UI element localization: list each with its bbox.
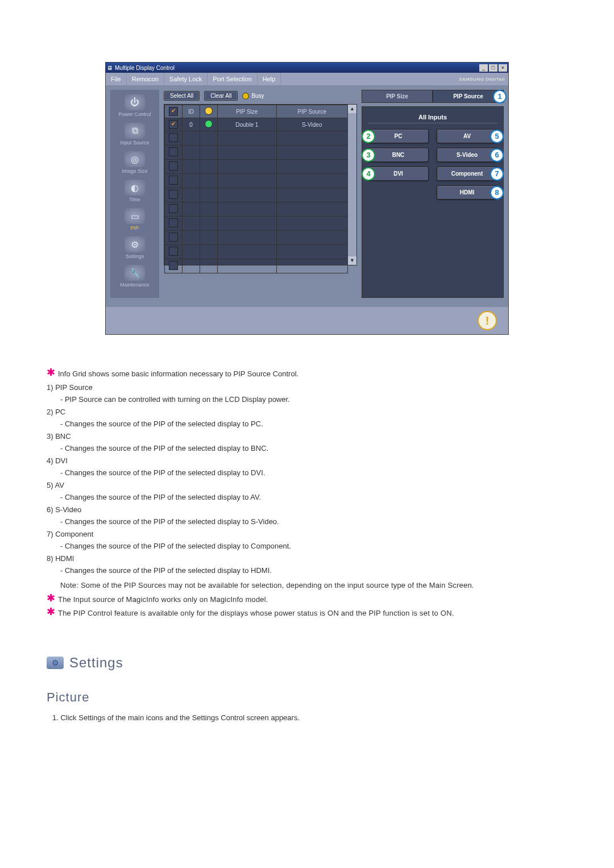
grid-row-empty[interactable]	[165, 146, 348, 160]
source-hdmi-button[interactable]: HDMI 8	[437, 185, 497, 200]
menu-help[interactable]: Help	[258, 73, 281, 85]
tab-pip-source-label: PIP Source	[453, 93, 483, 99]
item-3: 3) BNC	[47, 431, 567, 442]
item-2: 2) PC	[47, 406, 567, 418]
tab-pip-source[interactable]: PIP Source 1	[433, 90, 504, 103]
item-1-desc: - PIP Source can be controlled with turn…	[60, 394, 567, 405]
cell-source: S-Video	[276, 118, 347, 131]
source-bnc-button[interactable]: 3 BNC	[368, 148, 429, 162]
grid-row-empty[interactable]	[165, 217, 348, 231]
callout-6: 6	[490, 148, 504, 162]
side-pip[interactable]: ▭ PIP	[110, 208, 159, 231]
callout-1: 1	[493, 90, 507, 103]
source-bnc-label: BNC	[392, 152, 405, 158]
grid-row-empty[interactable]	[165, 202, 348, 217]
scroll-up-button[interactable]: ▲	[348, 105, 356, 113]
row-check[interactable]	[169, 133, 178, 142]
item-6: 6) S-Video	[47, 504, 567, 516]
maximize-button[interactable]: □	[489, 64, 497, 72]
source-dvi-label: DVI	[393, 171, 403, 177]
grid-row-empty[interactable]	[165, 188, 348, 202]
row-check[interactable]	[169, 190, 178, 199]
row-check[interactable]	[169, 161, 178, 171]
col-id[interactable]: ID	[182, 105, 200, 118]
grid-row-empty[interactable]	[165, 160, 348, 174]
minimize-button[interactable]: _	[479, 64, 488, 72]
busy-dot-icon	[242, 93, 249, 99]
intro-text: Info Grid shows some basic information n…	[58, 368, 298, 380]
picture-heading: Picture	[47, 688, 567, 707]
pip-tabs: PIP Size PIP Source 1	[362, 90, 504, 103]
image-size-icon: ◎	[125, 151, 145, 167]
info-icon[interactable]: !	[478, 311, 497, 330]
row-check[interactable]	[169, 176, 178, 185]
side-maintenance-label: Maintenance	[120, 282, 150, 288]
item-5: 5) AV	[47, 480, 567, 491]
callout-4: 4	[362, 167, 375, 181]
source-dvi-button[interactable]: 4 DVI	[368, 167, 429, 181]
grid-scrollbar[interactable]: ▲ ▼	[348, 105, 356, 265]
grid-row-empty[interactable]	[165, 131, 348, 146]
grid-row-empty[interactable]	[165, 174, 348, 188]
col-check[interactable]	[165, 105, 182, 118]
scroll-down-button[interactable]: ▼	[348, 256, 356, 265]
note-text: Note: Some of the PIP Sources may not be…	[60, 580, 567, 591]
doc-content: ✱ Info Grid shows some basic information…	[47, 368, 567, 724]
row-check[interactable]	[169, 120, 178, 129]
row-check[interactable]	[169, 261, 178, 270]
side-input-source[interactable]: ⧉ Input Source	[110, 123, 159, 146]
row-check[interactable]	[169, 218, 178, 227]
row-check[interactable]	[169, 147, 178, 156]
titlebar[interactable]: 🖥 Multiple Display Control _ □ ×	[106, 63, 508, 73]
source-pc-button[interactable]: 2 PC	[368, 129, 429, 143]
item-7: 7) Component	[47, 529, 567, 540]
menu-port-selection[interactable]: Port Selection	[208, 73, 257, 85]
source-svideo-label: S-Video	[457, 152, 478, 158]
menu-remocon[interactable]: Remocon	[127, 73, 164, 85]
side-time[interactable]: ◐ Time	[110, 180, 159, 202]
col-pip-size[interactable]: PIP Size	[218, 105, 277, 118]
source-av-button[interactable]: AV 5	[437, 129, 497, 143]
brand-label: SAMSUNG DIGITall	[459, 77, 508, 82]
grid-row-empty[interactable]	[165, 231, 348, 245]
menubar: File Remocon Safety Lock Port Selection …	[106, 73, 508, 85]
close-button[interactable]: ×	[499, 64, 507, 72]
side-image-size[interactable]: ◎ Image Size	[110, 151, 159, 174]
busy-label: Busy	[251, 93, 264, 99]
row-check[interactable]	[169, 232, 178, 242]
side-power-control[interactable]: ⏻ Power Control	[110, 94, 159, 117]
grid-panel: Select All Clear All Busy ID PIP Size	[164, 90, 357, 298]
source-av-label: AV	[463, 133, 471, 139]
callout-8: 8	[490, 186, 504, 200]
side-time-label: Time	[129, 197, 140, 202]
menu-safety-lock[interactable]: Safety Lock	[164, 73, 208, 85]
right-panel: PIP Size PIP Source 1 All Inputs 2 PC	[362, 90, 504, 298]
info-grid: ID PIP Size PIP Source 0 Double 1 S-Vide…	[164, 105, 348, 273]
select-all-button[interactable]: Select All	[164, 91, 200, 101]
grid-row-empty[interactable]	[165, 259, 348, 273]
clear-all-button[interactable]: Clear All	[204, 91, 238, 101]
star-icon: ✱	[47, 594, 58, 602]
side-image-label: Image Size	[122, 168, 147, 174]
star-note-2: The Input source of MagicInfo works only…	[58, 594, 268, 605]
row-check[interactable]	[169, 204, 178, 213]
source-svideo-button[interactable]: S-Video 6	[437, 148, 497, 162]
maintenance-icon: 🔧	[125, 265, 145, 281]
grid-row-empty[interactable]	[165, 245, 348, 259]
col-pip-source[interactable]: PIP Source	[276, 105, 347, 118]
callout-3: 3	[362, 148, 375, 162]
input-icon: ⧉	[125, 123, 145, 139]
col-status[interactable]	[200, 105, 218, 118]
source-component-button[interactable]: Component 7	[437, 167, 497, 181]
side-maintenance[interactable]: 🔧 Maintenance	[110, 265, 159, 288]
side-settings[interactable]: ⚙ Settings	[110, 236, 159, 259]
tab-pip-size[interactable]: PIP Size	[362, 90, 433, 103]
item-8: 8) HDMI	[47, 553, 567, 564]
section-all-inputs: All Inputs	[368, 114, 497, 123]
source-hdmi-label: HDMI	[460, 189, 475, 196]
menu-file[interactable]: File	[106, 73, 127, 85]
status-led-icon	[205, 120, 213, 128]
row-check[interactable]	[169, 247, 178, 256]
callout-7: 7	[490, 167, 504, 181]
grid-row-0[interactable]: 0 Double 1 S-Video	[165, 118, 348, 131]
